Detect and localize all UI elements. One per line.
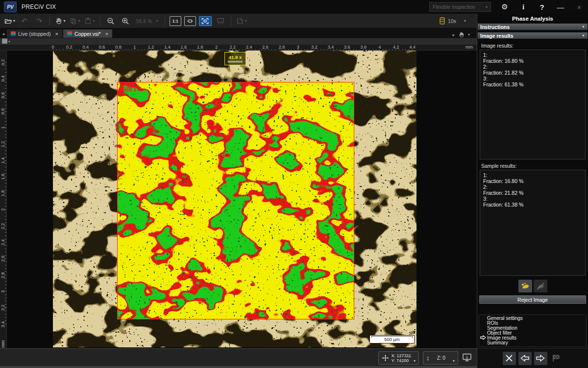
section-instructions[interactable]: Instructions ▼	[478, 24, 588, 30]
checkered-flag-icon	[552, 354, 561, 362]
ruler-tick-label: 0.6	[0, 92, 5, 98]
wizard-nav-item[interactable]: Summary	[487, 341, 586, 345]
undo-button[interactable]: ↶	[18, 15, 31, 27]
ruler-tick-label: 1	[0, 127, 5, 129]
finish-button[interactable]	[550, 352, 563, 365]
image-result-line: Fraction: 61.38 %	[483, 81, 582, 87]
fit-screen-button[interactable]	[199, 16, 212, 26]
fit-screen-icon	[201, 18, 209, 25]
ruler-tick-label: 3.8	[360, 45, 367, 50]
section-image-results[interactable]: Image results ▼	[478, 32, 588, 39]
actual-size-button[interactable]: 1:1	[170, 16, 181, 26]
stage-z-position[interactable]: ↕ Z: 0 ▾	[423, 351, 458, 365]
previous-step-button[interactable]	[518, 352, 532, 365]
micrograph-image[interactable]: ROI 1 41.9 x 500 µm	[53, 51, 416, 347]
layout-select-value: Flexible Inspection	[433, 4, 475, 10]
report-icon	[236, 17, 244, 25]
image-canvas[interactable]: mm 0.20.40.60.811.21.41.61.822.22.42.62.…	[0, 51, 477, 348]
copy-button[interactable]: ▾	[68, 15, 82, 27]
settings-gear-icon[interactable]: ⚙	[500, 2, 510, 11]
ruler-tick-label: 2.4	[0, 239, 5, 246]
toolbar-separator	[231, 17, 231, 26]
tab-live[interactable]: Live (stopped) ×	[7, 29, 62, 38]
annotation-icon	[2, 39, 7, 44]
ruler-tick-label: 2.6	[0, 256, 5, 262]
image-results-box: 1:Fraction: 16.80 %2:Fraction: 21.82 %3:…	[480, 50, 586, 159]
horizontal-ruler: mm 00.20.40.60.811.21.41.61.822.22.42.62…	[0, 45, 477, 51]
undo-icon: ↶	[22, 17, 28, 25]
ruler-tick-label: 1.4	[0, 158, 5, 164]
toolbar-separator	[165, 17, 165, 26]
tab-scroll-right[interactable]: ▸	[452, 32, 455, 37]
ruler-tick-label: 3	[297, 45, 299, 50]
ruler-tick-label: 2.2	[0, 223, 5, 229]
magnification-indicator[interactable]: 41.9 x	[224, 52, 246, 65]
hand-icon	[55, 17, 62, 25]
z-axis-icon: ↕	[426, 354, 430, 362]
image-accept-controls	[477, 280, 588, 292]
help-icon[interactable]: ?	[537, 3, 547, 11]
wizard-nav-list: General settingsROIsSegmentationObject f…	[479, 315, 587, 347]
paste-icon	[84, 17, 92, 25]
ruler-tick-label: 1	[133, 45, 136, 50]
roi-rectangle[interactable]: ROI 1	[117, 82, 354, 319]
tab-scroll-left[interactable]: ◂	[0, 29, 7, 38]
stage-y-value: Y: 74200	[392, 358, 411, 363]
ruler-tick-label: 0.4	[82, 45, 89, 50]
pan-tool-button[interactable]: ▾	[53, 15, 67, 27]
minimize-button[interactable]: —	[556, 3, 565, 11]
fit-width-icon	[187, 18, 194, 24]
tab-close-icon[interactable]: ×	[105, 31, 108, 37]
ruler-tick-label: 4.4	[409, 45, 416, 50]
wizard-nav-item[interactable]: General settings	[487, 316, 586, 321]
hand-icon[interactable]	[458, 31, 465, 38]
ruler-tick-label: 1.6	[0, 174, 5, 180]
paste-button[interactable]: ▾	[83, 15, 97, 27]
chevron-down-icon[interactable]: ▾	[468, 32, 470, 37]
app-title: PRECiV CIX	[22, 3, 56, 10]
fit-width-button[interactable]	[184, 16, 196, 26]
ruler-tick-label: 3.6	[344, 45, 350, 50]
zoom-in-button[interactable]	[119, 15, 132, 27]
open-file-button[interactable]: ▾	[3, 15, 17, 27]
chevron-down-icon: ▾	[93, 19, 95, 23]
app-body: ▾ ↶ ↷ ▾ ▾ ▾	[0, 14, 588, 368]
close-button[interactable]: ×	[574, 3, 584, 11]
report-export-button[interactable]: ▾	[235, 15, 248, 27]
tab-close-icon[interactable]: ×	[55, 31, 58, 37]
layout-select[interactable]: Flexible Inspection ▾	[429, 2, 491, 12]
ruler-tick-label: 4	[378, 45, 381, 50]
sample-result-line: Fraction: 21.82 %	[483, 190, 582, 196]
reject-image-button[interactable]: Reject Image	[479, 295, 586, 304]
auto-accept-button[interactable]	[518, 280, 532, 292]
ruler-tick-label: 3	[0, 290, 5, 292]
section-instructions-label: Instructions	[480, 24, 510, 30]
annotation-tool-button[interactable]: ▾	[2, 39, 10, 44]
ruler-tick-label: 2.8	[0, 272, 5, 278]
move-cross-icon	[382, 354, 389, 362]
next-step-button[interactable]	[534, 352, 547, 365]
ruler-tick-label: 2.6	[262, 45, 269, 50]
tab-copper[interactable]: Copper.vsi* ×	[63, 29, 112, 38]
display-info-button[interactable]: i	[462, 353, 472, 363]
redo-button[interactable]: ↷	[32, 15, 46, 27]
stage-xy-position[interactable]: X: 127311 Y: 74200 ▾	[378, 351, 419, 365]
sample-result-line: 2:	[483, 184, 582, 190]
zoom-level-value: 56.6 %	[136, 18, 152, 24]
cancel-wizard-button[interactable]	[503, 352, 516, 365]
chevron-down-icon: ▾	[453, 359, 455, 363]
chevron-down-icon: ▾	[8, 40, 10, 44]
chevron-down-icon: ▾	[13, 19, 15, 23]
info-icon[interactable]: i	[518, 3, 528, 11]
scale-bar[interactable]: 500 µm	[369, 335, 415, 343]
reject-wand-button[interactable]	[534, 280, 547, 292]
zoom-level-select[interactable]: 56.6 % ▾	[133, 18, 161, 24]
ruler-tick-label: 0.2	[66, 45, 73, 50]
sample-results-label: Sample results:	[481, 163, 588, 169]
image-result-line: Fraction: 21.82 %	[483, 70, 582, 76]
zoom-out-icon	[107, 17, 115, 25]
ruler-tick-label: 3.4	[328, 45, 334, 50]
objective-select[interactable]: 10x ▾	[440, 17, 474, 25]
zoom-out-button[interactable]	[104, 15, 118, 27]
dual-display-button[interactable]	[214, 15, 227, 27]
